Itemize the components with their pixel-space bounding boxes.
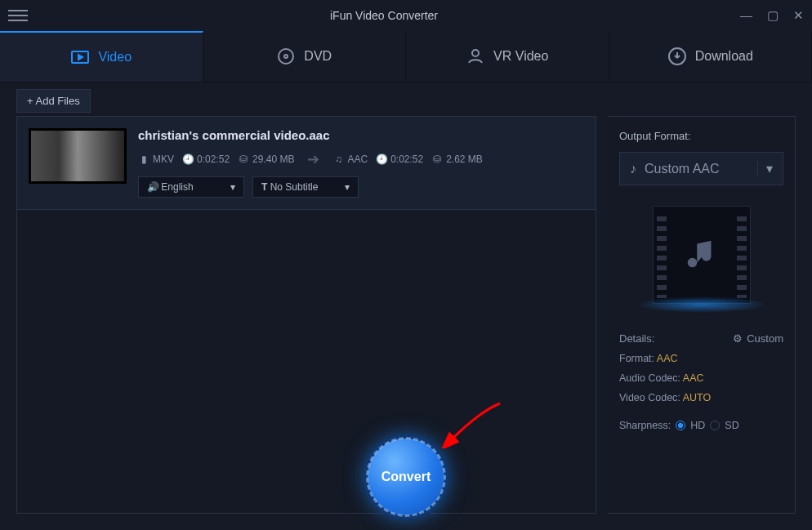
plus-icon: + [27, 95, 36, 107]
thumbnail [29, 128, 127, 184]
main-tabs: Video DVD VR Video Download [0, 31, 812, 82]
close-button[interactable]: ✕ [793, 8, 804, 23]
source-duration: 0:02:52 [197, 154, 230, 165]
convert-button[interactable]: Convert [363, 434, 449, 520]
tab-download[interactable]: Download [609, 31, 813, 82]
audio-codec-value: AAC [683, 372, 704, 384]
disk-icon: ⛁ [431, 154, 443, 165]
tab-label: DVD [304, 49, 332, 64]
add-files-button[interactable]: + Add Files [16, 89, 91, 113]
play-icon [70, 47, 90, 67]
sharpness-hd-radio[interactable] [676, 421, 685, 430]
target-format: AAC [347, 154, 368, 165]
tab-label: Video [98, 50, 132, 65]
file-name: christian's commercial video.aac [138, 128, 584, 142]
source-format: MKV [153, 154, 174, 165]
sharpness-sd-radio[interactable] [710, 421, 720, 430]
chevron-down-icon: ▾ [757, 161, 773, 176]
vr-icon [466, 47, 485, 66]
details-label: Details: [619, 332, 654, 345]
chevron-down-icon: ▾ [230, 181, 235, 193]
music-note-icon [683, 236, 721, 274]
audio-codec-key: Audio Codec: [619, 372, 680, 384]
camera-icon: ▮ [138, 154, 149, 165]
tab-label: Download [695, 49, 753, 64]
tab-label: VR Video [493, 49, 548, 64]
target-duration: 0:02:52 [390, 154, 423, 165]
output-panel: Output Format: ♪ Custom AAC ▾ Details: ⚙… [608, 116, 796, 514]
arrow-icon: ➔ [307, 150, 319, 168]
tab-video[interactable]: Video [0, 31, 203, 82]
menu-icon[interactable] [8, 7, 28, 24]
sharpness-label: Sharpness: [619, 420, 671, 431]
gear-icon: ⚙ [733, 332, 743, 345]
clock-icon: 🕘 [182, 154, 194, 165]
audio-track-select[interactable]: 🔊 English ▾ [138, 176, 244, 198]
video-codec-value: AUTO [683, 392, 712, 403]
format-key: Format: [619, 353, 654, 364]
format-value: AAC [657, 353, 678, 364]
svg-point-3 [472, 50, 479, 56]
music-icon: ♫ [332, 154, 344, 165]
chevron-down-icon: ▾ [345, 181, 350, 193]
video-codec-key: Video Codec: [619, 392, 680, 403]
file-list: christian's commercial video.aac ▮MKV 🕘0… [16, 116, 596, 514]
download-icon [667, 47, 687, 66]
custom-button[interactable]: ⚙ Custom [733, 332, 783, 345]
subtitle-select[interactable]: T No Subtitle ▾ [252, 176, 359, 198]
disk-icon: ⛁ [238, 154, 249, 165]
music-icon: ♪ [630, 162, 636, 176]
file-item[interactable]: christian's commercial video.aac ▮MKV 🕘0… [17, 117, 596, 210]
output-format-value: Custom AAC [645, 162, 720, 176]
output-format-select[interactable]: ♪ Custom AAC ▾ [619, 152, 783, 185]
source-size: 29.40 MB [252, 154, 294, 165]
speaker-icon: 🔊 [147, 181, 158, 193]
app-title: iFun Video Converter [28, 9, 740, 22]
disc-icon [276, 47, 296, 66]
tab-dvd[interactable]: DVD [203, 31, 407, 82]
titlebar: iFun Video Converter — ▢ ✕ [0, 0, 812, 31]
clock-icon: 🕘 [376, 154, 387, 165]
maximize-button[interactable]: ▢ [767, 8, 779, 23]
tab-vr[interactable]: VR Video [406, 31, 609, 82]
text-icon: T [261, 181, 267, 193]
format-preview [645, 202, 759, 308]
target-size: 2.62 MB [446, 154, 483, 165]
svg-point-1 [279, 49, 293, 64]
output-format-label: Output Format: [619, 130, 783, 142]
minimize-button[interactable]: — [740, 8, 752, 23]
svg-point-2 [284, 55, 288, 58]
